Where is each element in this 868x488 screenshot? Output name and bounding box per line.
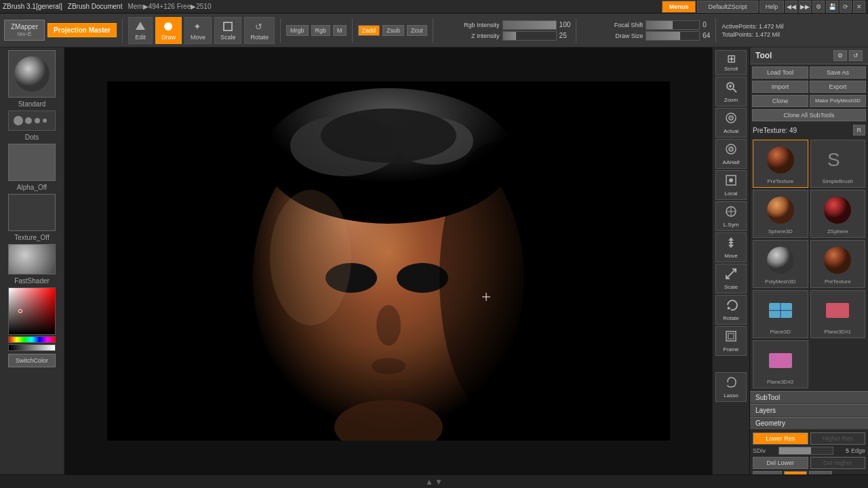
geometry-header[interactable]: Geometry [750, 417, 868, 430]
focal-shift-value: 0 [703, 21, 707, 28]
hue-bar[interactable] [8, 336, 56, 343]
actual-btn[interactable]: Actual [715, 108, 747, 138]
z-intensity-value: 25 [559, 32, 567, 39]
export-btn[interactable]: Export [810, 81, 866, 93]
sep1 [122, 18, 123, 43]
frame-icon [724, 329, 738, 345]
pretexture2-item[interactable]: PreTexture [810, 240, 866, 288]
del-higher-btn: Del Higher [810, 457, 866, 469]
white-bar[interactable] [8, 344, 56, 351]
local-btn[interactable]: Local [715, 170, 747, 200]
lower-res-btn[interactable]: Lower Res [753, 432, 808, 445]
tool-gear-icon[interactable]: ⚙ [833, 50, 847, 61]
menus-button[interactable]: Menus [662, 1, 696, 13]
rotate-icon: ↺ [254, 20, 266, 33]
sep2 [280, 18, 281, 43]
rotate-strip-btn[interactable]: Rotate [715, 295, 747, 325]
pretexture2-name: PreTexture [825, 279, 851, 285]
icon3[interactable]: ⚙ [812, 1, 825, 13]
lasso-icon [724, 375, 738, 391]
default-script-btn[interactable]: DefaultZScript [697, 1, 758, 13]
draw-icon [162, 20, 174, 33]
layers-header[interactable]: Layers [750, 404, 868, 417]
scroll-btn[interactable]: ⊞ Scroll [715, 50, 747, 75]
dots-label: Dots [25, 134, 39, 141]
clone-all-btn[interactable]: Clone All SubTools [752, 109, 866, 121]
move-btn[interactable]: ✦ Move [184, 17, 212, 44]
sphere3d-item[interactable]: Sphere3D [753, 190, 808, 238]
alpha-thumbnail[interactable] [8, 144, 56, 181]
zmapper-btn[interactable]: ZMapper rev-E [4, 20, 45, 41]
switch-color-btn[interactable]: SwitchColor [8, 354, 56, 367]
del-lower-btn[interactable]: Del Lower [753, 457, 808, 469]
color-gradient-area[interactable] [8, 287, 56, 335]
suv-btn[interactable]: Suv [809, 471, 832, 474]
icon1[interactable]: ◀◀ [785, 1, 797, 13]
rgb-intensity-slider[interactable] [502, 20, 557, 30]
subtool-header[interactable]: SubTool [750, 391, 868, 404]
simplebrush-name: SimpleBrush [823, 178, 853, 184]
shader-thumbnail[interactable] [8, 244, 56, 274]
projection-master-btn[interactable]: Projection Master [47, 23, 117, 37]
svg-rect-43 [726, 331, 736, 341]
move-icon: ✦ [192, 20, 204, 33]
zsub-btn[interactable]: Zsub [382, 25, 404, 36]
plane3d2-item[interactable]: Plane3D#2 [753, 340, 808, 388]
brush-thumbnail[interactable] [8, 50, 56, 98]
clone-btn[interactable]: Clone [752, 95, 808, 107]
simplebrush-item[interactable]: S SimpleBrush [810, 140, 866, 188]
svg-point-5 [14, 56, 50, 92]
lsym-btn[interactable]: L.Sym [715, 201, 747, 231]
plane3d-thumb [764, 293, 797, 327]
zcut-btn[interactable]: Zcut [407, 25, 427, 36]
move-strip-btn[interactable]: Move [715, 232, 747, 262]
zsphere-name: ZSphere [827, 228, 848, 235]
sdiv-slider[interactable] [778, 447, 833, 455]
scale-strip-btn[interactable]: Scale [715, 264, 747, 293]
z-intensity-slider[interactable] [502, 31, 557, 41]
scale-btn[interactable]: Scale [214, 17, 242, 44]
polymesh3d-item[interactable]: PolyMesh3D [753, 240, 808, 288]
save-as-btn[interactable]: Save As [810, 66, 866, 79]
make-polymesh-btn[interactable]: Make PolyMesh3D [810, 95, 866, 107]
plane3d1-item[interactable]: Plane3D#1 [810, 290, 866, 338]
svg-rect-3 [224, 22, 232, 30]
edit-btn[interactable]: Edit [128, 17, 153, 44]
zadd-btn[interactable]: Zadd [358, 25, 380, 36]
draw-size-slider[interactable] [646, 31, 700, 41]
m-btn[interactable]: M [333, 25, 347, 36]
zoom-btn[interactable]: Zoom [715, 77, 747, 106]
mrgb-btn[interactable]: Mrgb [286, 25, 309, 36]
r-btn[interactable]: R [853, 125, 866, 136]
icon5[interactable]: ⟳ [840, 1, 852, 13]
icon2[interactable]: ▶▶ [799, 1, 811, 13]
color-picker[interactable] [8, 287, 56, 351]
import-btn[interactable]: Import [752, 81, 808, 93]
draw-btn[interactable]: Draw [155, 17, 182, 44]
smt-btn[interactable]: Smt [784, 471, 807, 474]
svg-point-50 [824, 247, 851, 274]
canvas-area[interactable] [64, 47, 712, 474]
icon4[interactable]: 💾 [826, 1, 838, 13]
aahalf-btn[interactable]: AAHalf [715, 139, 747, 169]
plane3d-item[interactable]: Plane3D [753, 290, 808, 338]
viewport[interactable] [64, 47, 712, 474]
svg-point-21 [439, 142, 548, 413]
rgb-btn[interactable]: Rgb [311, 25, 331, 36]
zsphere-item[interactable]: ZSphere [810, 190, 866, 238]
help-btn[interactable]: Help [760, 1, 784, 13]
res-row: Lower Res Higher Res [753, 432, 865, 445]
load-tool-btn[interactable]: Load Tool [752, 66, 808, 79]
color-cursor [18, 309, 22, 313]
frame-btn[interactable]: Frame [715, 326, 747, 356]
rotate-btn[interactable]: ↺ Rotate [244, 17, 275, 44]
stroke-pattern[interactable] [8, 110, 56, 131]
pretexture-item[interactable]: PreTexture [753, 140, 808, 188]
texture-thumbnail[interactable] [8, 194, 56, 231]
divide-btn[interactable]: Divide [753, 471, 782, 474]
draw-size-label: Draw Size [582, 33, 643, 39]
focal-shift-slider[interactable] [646, 20, 700, 30]
icon6[interactable]: ✕ [853, 1, 865, 13]
lasso-btn[interactable]: Lasso [715, 372, 747, 402]
tool-refresh-icon[interactable]: ↺ [849, 50, 863, 61]
